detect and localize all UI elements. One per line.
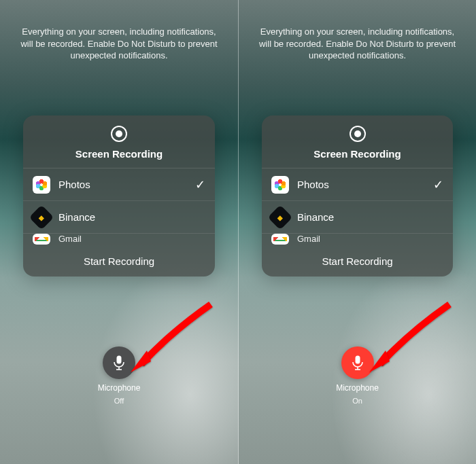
svg-rect-8 bbox=[355, 356, 360, 364]
microphone-label: Microphone bbox=[98, 383, 141, 393]
photos-icon bbox=[33, 176, 50, 194]
screen-recording-card: Screen Recording Photos ✓ ◆ Binance Gmai… bbox=[23, 115, 215, 276]
recording-notice: Everything on your screen, including not… bbox=[239, 0, 476, 62]
screen-recording-card: Screen Recording Photos ✓ ◆ Binance Gmai… bbox=[262, 115, 453, 276]
microphone-label: Microphone bbox=[336, 383, 379, 393]
pane-mic-on: Everything on your screen, including not… bbox=[238, 0, 476, 464]
microphone-toggle-button[interactable] bbox=[103, 346, 135, 379]
app-list: Photos ✓ ◆ Binance Gmail bbox=[23, 168, 215, 247]
gmail-icon bbox=[271, 234, 289, 245]
app-list: Photos ✓ ◆ Binance Gmail bbox=[262, 168, 453, 247]
microphone-status: On bbox=[352, 397, 362, 405]
microphone-control: Microphone On bbox=[239, 346, 476, 405]
binance-icon: ◆ bbox=[268, 204, 293, 230]
card-header: Screen Recording bbox=[23, 115, 215, 168]
app-label: Binance bbox=[58, 211, 182, 223]
record-icon bbox=[349, 125, 367, 143]
checkmark-icon: ✓ bbox=[190, 177, 205, 192]
microphone-toggle-button[interactable] bbox=[341, 346, 374, 379]
app-label: Photos bbox=[297, 179, 420, 190]
gmail-icon bbox=[33, 234, 50, 245]
app-label: Gmail bbox=[58, 234, 205, 244]
card-title: Screen Recording bbox=[75, 148, 163, 160]
app-row-photos[interactable]: Photos ✓ bbox=[262, 168, 453, 201]
microphone-status: Off bbox=[114, 397, 124, 405]
app-label: Gmail bbox=[297, 234, 443, 244]
app-row-binance[interactable]: ◆ Binance bbox=[262, 201, 453, 234]
microphone-control: Microphone Off bbox=[0, 346, 238, 405]
pane-mic-off: Everything on your screen, including not… bbox=[0, 0, 238, 464]
app-label: Binance bbox=[297, 211, 420, 223]
microphone-icon bbox=[351, 355, 364, 371]
card-header: Screen Recording bbox=[262, 115, 453, 168]
app-row-binance[interactable]: ◆ Binance bbox=[23, 201, 215, 234]
record-icon bbox=[110, 125, 128, 143]
svg-rect-2 bbox=[117, 356, 122, 364]
checkmark-icon: ✓ bbox=[428, 177, 443, 192]
photos-icon bbox=[271, 176, 289, 194]
app-label: Photos bbox=[58, 179, 182, 190]
start-recording-button[interactable]: Start Recording bbox=[23, 247, 215, 276]
app-row-gmail[interactable]: Gmail bbox=[23, 234, 215, 247]
binance-icon: ◆ bbox=[29, 204, 54, 230]
app-row-gmail[interactable]: Gmail bbox=[262, 234, 453, 247]
svg-point-1 bbox=[116, 130, 122, 137]
app-row-photos[interactable]: Photos ✓ bbox=[23, 168, 215, 201]
svg-point-7 bbox=[354, 130, 361, 137]
microphone-icon bbox=[112, 355, 126, 371]
recording-notice: Everything on your screen, including not… bbox=[0, 0, 238, 62]
start-recording-button[interactable]: Start Recording bbox=[262, 247, 453, 276]
card-title: Screen Recording bbox=[313, 148, 401, 160]
